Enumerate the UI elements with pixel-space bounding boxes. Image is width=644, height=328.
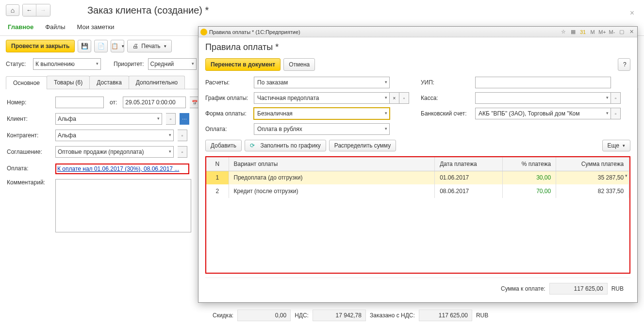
mminus-icon[interactable]: M- xyxy=(608,28,616,36)
total-label: Сумма к оплате: xyxy=(501,285,545,292)
agree-label: Соглашение: xyxy=(7,148,51,155)
home-button[interactable] xyxy=(6,4,19,16)
distribute-button[interactable]: Распределить сумму xyxy=(329,140,396,151)
tab-basic[interactable]: Основное xyxy=(6,76,47,89)
tab-extra[interactable]: Дополнительно xyxy=(129,76,185,89)
page-title: Заказ клиента (создание) * xyxy=(87,5,209,16)
window-close-icon[interactable]: ✕ xyxy=(627,28,635,36)
tab-goods[interactable]: Товары (6) xyxy=(47,76,90,89)
payment-link[interactable]: К оплате нал 01.06.2017 (30%), 08.06.201… xyxy=(57,165,179,172)
window-title: Правила оплаты * (1С:Предприятие) xyxy=(209,29,300,35)
calc-icon[interactable]: ▦ xyxy=(569,28,577,36)
priority-select[interactable]: Средний xyxy=(148,58,197,70)
client-pick-icon[interactable]: ⋯ xyxy=(180,113,189,125)
tab-main[interactable]: Главное xyxy=(8,23,33,31)
calendar-tb-icon[interactable]: 31 xyxy=(579,28,587,36)
forward-button xyxy=(36,4,50,16)
priority-label: Приоритет: xyxy=(114,61,144,67)
th-n[interactable]: N xyxy=(206,157,229,171)
comment-label: Комментарий: xyxy=(7,179,51,186)
calc-select[interactable]: По заказам xyxy=(254,77,390,88)
status-select[interactable]: К выполнению xyxy=(33,58,101,70)
total-value: 117 625,00 xyxy=(549,283,608,295)
kassa-select[interactable] xyxy=(475,92,611,104)
bank-open-icon[interactable]: ▫ xyxy=(611,108,621,119)
discount-value: 0,00 xyxy=(237,310,291,321)
comment-field[interactable] xyxy=(55,179,191,232)
currency2: RUB xyxy=(476,312,488,319)
add-button[interactable]: Добавить xyxy=(205,140,242,151)
post-close-button[interactable]: Провести и закрыть xyxy=(6,40,75,52)
status-label: Статус: xyxy=(6,61,29,67)
kassa-label: Касса: xyxy=(417,95,475,101)
payment-rules-dialog: Правила оплаты * (1С:Предприятие) ☆ ▦ 31… xyxy=(198,26,638,303)
th-sum[interactable]: Сумма платежа xyxy=(556,157,629,171)
m-icon[interactable]: M xyxy=(589,28,596,36)
tab-notes[interactable]: Мои заметки xyxy=(77,23,115,31)
dialog-title: Правила оплаты * xyxy=(205,42,630,52)
from-label: от: xyxy=(110,99,117,106)
table-row[interactable]: 2 Кредит (после отгрузки) 08.06.2017 70,… xyxy=(206,184,629,198)
post-button[interactable]: 📄 xyxy=(94,40,108,52)
fav-icon[interactable]: ☆ xyxy=(560,28,567,36)
bank-select[interactable]: АКБ "ВПБ" (ЗАО), Торговый дом "Ком xyxy=(475,108,611,119)
vat-label: НДС: xyxy=(295,312,309,319)
th-variant[interactable]: Вариант оплаты xyxy=(229,157,435,171)
number-field[interactable] xyxy=(55,97,104,108)
contr-field[interactable]: Альфа xyxy=(55,130,174,141)
sched-clear-icon[interactable]: × xyxy=(390,92,399,104)
client-label: Клиент: xyxy=(7,115,51,122)
contr-open-icon[interactable]: ▫ xyxy=(178,130,187,141)
uip-field[interactable] xyxy=(475,77,611,88)
client-field[interactable]: Альфа xyxy=(55,113,162,125)
order-summary: Скидка: 0,00 НДС: 17 942,78 Заказано с Н… xyxy=(213,310,488,321)
payments-table: N Вариант оплаты Дата платежа % платежа … xyxy=(205,156,630,274)
save-button[interactable]: 💾 xyxy=(78,40,91,52)
payform-label: Форма оплаты: xyxy=(205,110,254,117)
tab-files[interactable]: Файлы xyxy=(45,23,65,31)
create-based-button[interactable]: 📋 xyxy=(111,40,124,52)
vat-value: 17 942,78 xyxy=(313,310,366,321)
uip-label: УИП: xyxy=(417,79,475,86)
close-icon[interactable]: × xyxy=(630,9,634,17)
pay-label: Оплата: xyxy=(7,165,51,172)
sched-label: График оплаты: xyxy=(205,95,254,101)
print-button[interactable]: 🖨Печать xyxy=(127,40,171,52)
tab-delivery[interactable]: Доставка xyxy=(89,76,129,89)
agree-field[interactable]: Оптовые продажи (предоплата) xyxy=(55,146,174,158)
th-date[interactable]: Дата платежа xyxy=(435,157,503,171)
number-label: Номер: xyxy=(7,99,51,106)
client-open-icon[interactable]: ▫ xyxy=(166,113,176,125)
calc-label: Расчеты: xyxy=(205,79,254,86)
ordered-label: Заказано с НДС: xyxy=(370,312,415,319)
window-restore-icon[interactable]: ▢ xyxy=(618,28,626,36)
mplus-icon[interactable]: M+ xyxy=(598,28,606,36)
currency: RUB xyxy=(611,285,624,292)
th-pct[interactable]: % платежа xyxy=(503,157,556,171)
table-row[interactable]: 1 Предоплата (до отгрузки) 01.06.2017 30… xyxy=(206,171,629,184)
app-icon xyxy=(200,29,207,35)
bank-label: Банковский счет: xyxy=(417,110,475,117)
fill-schedule-button[interactable]: ⟳ Заполнить по графику xyxy=(245,140,326,151)
transfer-button[interactable]: Перенести в документ xyxy=(205,58,281,71)
pay-select[interactable]: Оплата в рублях xyxy=(254,123,390,135)
discount-label: Скидка: xyxy=(213,312,233,319)
contr-label: Контрагент: xyxy=(7,132,51,139)
cancel-button[interactable]: Отмена xyxy=(283,58,315,71)
kassa-open-icon[interactable]: ▫ xyxy=(611,92,621,104)
date-field[interactable]: 29.05.2017 0:00:00 xyxy=(123,97,186,108)
pay-label2: Оплата: xyxy=(205,126,254,132)
payform-select[interactable]: Безналичная xyxy=(254,108,390,119)
back-button[interactable] xyxy=(23,4,36,16)
sched-open-icon[interactable]: ▫ xyxy=(399,92,409,104)
agree-open-icon[interactable]: ▫ xyxy=(178,146,187,158)
sched-select[interactable]: Частичная предоплата xyxy=(254,92,390,104)
help-button[interactable]: ? xyxy=(618,58,630,71)
more-button[interactable]: Еще xyxy=(602,140,630,151)
ordered-value: 117 625,00 xyxy=(419,310,472,321)
